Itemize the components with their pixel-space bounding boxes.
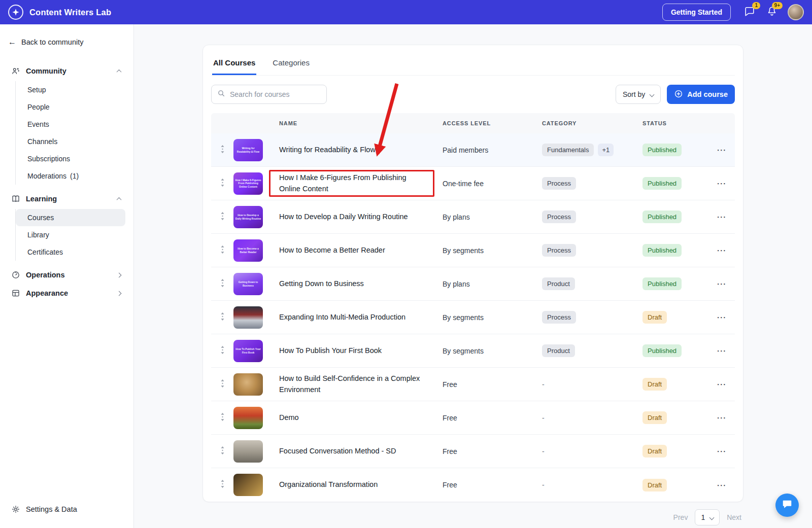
status-badge: Draft: [642, 479, 667, 491]
drag-handle[interactable]: [211, 379, 233, 390]
row-menu-button[interactable]: ⋯: [717, 379, 727, 390]
sidebar-item-setup[interactable]: Setup: [16, 81, 125, 98]
add-course-button[interactable]: Add course: [667, 85, 735, 104]
table-row: How to Become a Better Reader How to Bec…: [211, 234, 735, 267]
sidebar-item-label: Channels: [27, 137, 57, 146]
drag-handle[interactable]: [211, 446, 233, 456]
course-thumbnail[interactable]: How I Make 6-Figures From Publishing Onl…: [233, 172, 263, 195]
course-thumbnail[interactable]: [233, 407, 263, 429]
prev-page-button[interactable]: Prev: [673, 513, 688, 521]
sidebar-item-moderations[interactable]: Moderations(1): [16, 167, 125, 185]
drag-handle[interactable]: [211, 145, 233, 155]
course-name-cell[interactable]: Writing for Readability & Flow: [272, 139, 443, 161]
row-menu-button[interactable]: ⋯: [717, 278, 727, 289]
chat-launcher-button[interactable]: [775, 494, 799, 517]
course-name-cell[interactable]: How to Become a Better Reader: [272, 240, 443, 261]
course-name[interactable]: How to Develop a Daily Writing Routine: [279, 213, 408, 221]
course-name-cell[interactable]: Demo: [272, 407, 443, 429]
row-menu-button[interactable]: ⋯: [717, 412, 727, 423]
course-thumbnail[interactable]: [233, 306, 263, 329]
sidebar-section-learning[interactable]: Learning: [8, 190, 125, 208]
row-menu-button[interactable]: ⋯: [717, 345, 727, 356]
course-thumbnail[interactable]: [233, 373, 263, 396]
course-name-cell[interactable]: How To Publish Your First Book: [272, 340, 443, 362]
drag-handle[interactable]: [211, 179, 233, 189]
drag-handle[interactable]: [211, 346, 233, 356]
messages-button[interactable]: 1: [743, 6, 756, 19]
courses-table: NAME ACCESS LEVEL CATEGORY STATUS Writin…: [211, 113, 735, 502]
settings-and-data-link[interactable]: Settings & Data: [8, 501, 125, 518]
row-menu-button[interactable]: ⋯: [717, 145, 727, 155]
course-name[interactable]: Demo: [279, 413, 299, 421]
course-name[interactable]: How To Publish Your First Book: [279, 346, 382, 355]
course-name[interactable]: Expanding Into Multi-Media Production: [279, 313, 405, 321]
drag-handle[interactable]: [211, 212, 233, 222]
course-name[interactable]: How to Build Self-Confidence in a Comple…: [279, 374, 420, 394]
course-name-cell[interactable]: Expanding Into Multi-Media Production: [272, 307, 443, 328]
course-thumbnail[interactable]: How to Become a Better Reader: [233, 239, 263, 262]
course-name[interactable]: Writing for Readability & Flow: [279, 146, 376, 154]
search-box: [211, 85, 327, 104]
app-logo-icon[interactable]: [8, 5, 23, 20]
drag-handle[interactable]: [211, 413, 233, 423]
course-thumbnail[interactable]: Writing for Readability & Flow: [233, 139, 263, 161]
sidebar-item-courses[interactable]: Courses: [16, 209, 125, 226]
sidebar-item-people[interactable]: People: [16, 98, 125, 116]
next-page-button[interactable]: Next: [727, 513, 741, 521]
course-name[interactable]: How I Make 6-Figures From Publishing Onl…: [279, 173, 407, 193]
course-name[interactable]: Focused Conversation Method - SD: [279, 447, 396, 455]
course-thumbnail[interactable]: [233, 474, 263, 496]
row-menu-button[interactable]: ⋯: [717, 245, 727, 256]
sidebar-item-subscriptions[interactable]: Subscriptions: [16, 150, 125, 167]
course-thumbnail[interactable]: Getting Down to Business: [233, 273, 263, 295]
row-menu-button[interactable]: ⋯: [717, 178, 727, 189]
sidebar-item-library[interactable]: Library: [16, 226, 125, 243]
course-thumbnail[interactable]: How to Develop a Daily Writing Routine: [233, 206, 263, 228]
sidebar-item-channels[interactable]: Channels: [16, 133, 125, 150]
course-name-cell[interactable]: Getting Down to Business: [272, 273, 443, 295]
tab-all-courses[interactable]: All Courses: [212, 52, 256, 75]
drag-handle-icon: [219, 312, 226, 323]
drag-handle[interactable]: [211, 245, 233, 256]
course-name-cell[interactable]: How to Develop a Daily Writing Routine: [272, 206, 443, 228]
course-name[interactable]: Organizational Transformation: [279, 480, 378, 488]
course-name[interactable]: How to Become a Better Reader: [279, 246, 385, 254]
sidebar-section-community[interactable]: Community: [8, 62, 125, 80]
category-badge: Fundamentals: [542, 144, 594, 156]
course-name-cell[interactable]: How I Make 6-Figures From Publishing Onl…: [272, 167, 443, 200]
getting-started-button[interactable]: Getting Started: [662, 4, 731, 21]
user-avatar[interactable]: [788, 4, 804, 20]
toolbar: Sort by Add course: [211, 85, 735, 104]
sort-by-dropdown[interactable]: Sort by: [616, 85, 661, 104]
sidebar-section-appearance[interactable]: Appearance: [8, 284, 125, 302]
access-level: Free: [443, 447, 542, 455]
course-thumbnail[interactable]: [233, 440, 263, 463]
sidebar-item-label: Courses: [27, 214, 54, 222]
row-menu-button[interactable]: ⋯: [717, 212, 727, 222]
row-menu-button[interactable]: ⋯: [717, 480, 727, 490]
thumbnail-caption: How To Publish Your First Book: [233, 346, 263, 355]
drag-handle[interactable]: [211, 312, 233, 323]
sidebar-item-certificates[interactable]: Certificates: [16, 243, 125, 261]
drag-handle[interactable]: [211, 279, 233, 289]
course-name-cell[interactable]: Organizational Transformation: [272, 474, 443, 496]
course-name-cell[interactable]: How to Build Self-Confidence in a Comple…: [272, 368, 443, 401]
table-row: Expanding Into Multi-Media Production By…: [211, 301, 735, 334]
status-cell: Draft: [642, 445, 708, 457]
drag-handle[interactable]: [211, 480, 233, 490]
course-name-cell[interactable]: Focused Conversation Method - SD: [272, 441, 443, 462]
row-menu-button[interactable]: ⋯: [717, 312, 727, 323]
row-menu-button[interactable]: ⋯: [717, 446, 727, 456]
search-input[interactable]: [230, 90, 322, 98]
sidebar-section-operations[interactable]: Operations: [8, 266, 125, 284]
thumbnail-caption: [247, 484, 250, 486]
notifications-button[interactable]: 9+: [765, 6, 779, 19]
course-thumbnail[interactable]: How To Publish Your First Book: [233, 340, 263, 362]
sidebar-item-events[interactable]: Events: [16, 116, 125, 133]
course-name[interactable]: Getting Down to Business: [279, 279, 364, 288]
tab-categories[interactable]: Categories: [272, 52, 311, 75]
thumb-wrap: Getting Down to Business: [233, 273, 272, 295]
sidebar-item-label: People: [27, 103, 50, 111]
page-select[interactable]: 1: [695, 509, 720, 525]
back-to-community-link[interactable]: ← Back to community: [8, 38, 125, 47]
